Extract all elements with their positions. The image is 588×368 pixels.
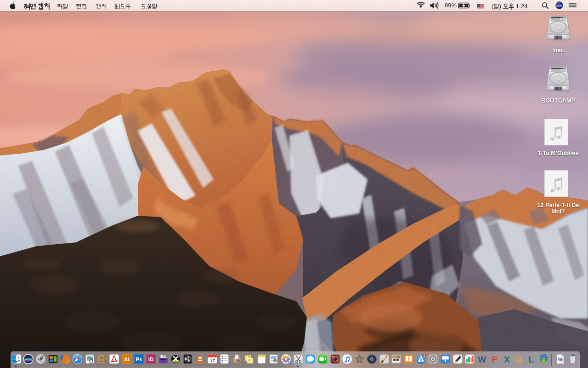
svg-text:17: 17 bbox=[210, 358, 215, 363]
svg-text:X: X bbox=[504, 354, 510, 364]
svg-text:W: W bbox=[478, 354, 486, 364]
svg-text:O: O bbox=[515, 354, 522, 364]
svg-text:4: 4 bbox=[423, 354, 425, 358]
svg-text:P: P bbox=[492, 354, 497, 364]
svg-text:Ai: Ai bbox=[124, 356, 130, 362]
svg-text:L: L bbox=[529, 354, 534, 364]
svg-text:ID: ID bbox=[148, 356, 154, 362]
svg-text:Ps: Ps bbox=[136, 356, 142, 362]
